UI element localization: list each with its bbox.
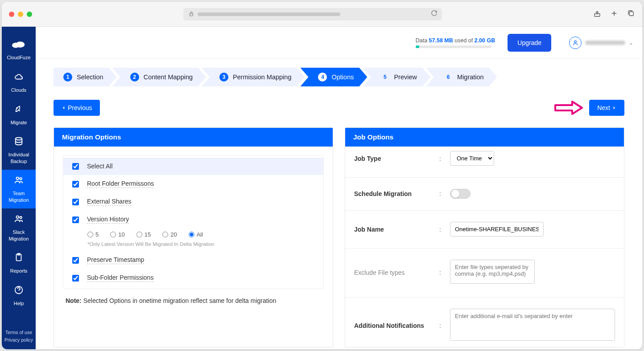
- refresh-icon[interactable]: [431, 10, 438, 18]
- version-10-radio[interactable]: [110, 232, 116, 237]
- rocket-icon: [14, 104, 24, 116]
- svg-rect-2: [629, 12, 633, 16]
- sidebar: CloudFuze Clouds Migrate Individual Back…: [2, 27, 36, 349]
- user-name-redacted: [585, 41, 625, 45]
- version-history-checkbox[interactable]: [72, 216, 79, 223]
- version-history-radios: 5 10 15 20 All: [63, 229, 323, 239]
- svg-point-9: [20, 216, 22, 219]
- select-all-label: Select All: [87, 163, 113, 170]
- step-options[interactable]: 4Options: [300, 68, 367, 86]
- root-folder-checkbox[interactable]: [72, 181, 79, 188]
- usage-amount: 57.58 MB: [429, 37, 453, 44]
- notifications-input[interactable]: [450, 309, 615, 341]
- step-label: Permission Mapping: [233, 73, 291, 81]
- option-select-all: Select All: [63, 158, 323, 175]
- sidebar-item-migrate[interactable]: Migrate: [2, 98, 36, 131]
- svg-point-5: [16, 138, 22, 140]
- chevron-left-icon: [62, 105, 66, 110]
- url-bar[interactable]: [183, 8, 442, 20]
- option-label: External Shares: [87, 198, 132, 206]
- usage-total: 2.00 GB: [475, 37, 495, 44]
- previous-button[interactable]: Previous: [54, 100, 100, 116]
- share-icon[interactable]: [593, 9, 601, 19]
- external-shares-checkbox[interactable]: [72, 199, 79, 205]
- privacy-link[interactable]: Privacy policy: [4, 336, 33, 344]
- upgrade-button[interactable]: Upgrade: [508, 34, 551, 52]
- top-bar: Data 57.58 MB used of 2.00 GB Upgrade ⌄: [36, 27, 642, 59]
- sidebar-label: Individual Backup: [4, 151, 34, 164]
- svg-point-4: [16, 41, 25, 47]
- select-all-checkbox[interactable]: [72, 163, 79, 170]
- step-label: Selection: [77, 73, 103, 81]
- cloud-icon: [14, 72, 24, 84]
- option-label: Preserve Timestamp: [87, 256, 144, 264]
- sidebar-label: Help: [14, 300, 24, 306]
- job-name-input[interactable]: [450, 222, 544, 237]
- option-subfolder-permissions: Sub-Folder Permissions: [63, 269, 323, 287]
- step-content-mapping[interactable]: 2Content Mapping: [112, 68, 206, 86]
- option-label: Root Folder Permissons: [87, 180, 154, 188]
- svg-point-6: [17, 177, 19, 180]
- sidebar-item-clouds[interactable]: Clouds: [2, 66, 36, 99]
- step-label: Migration: [457, 73, 484, 81]
- sidebar-item-individual-backup[interactable]: Individual Backup: [2, 131, 36, 170]
- option-external-shares: External Shares: [63, 193, 323, 211]
- window-close-button[interactable]: [9, 12, 14, 17]
- version-15-radio[interactable]: [136, 232, 142, 237]
- sidebar-item-reports[interactable]: Reports: [2, 247, 36, 280]
- window-maximize-button[interactable]: [27, 12, 32, 17]
- version-note: *Only Latest Version Will Be Migrated In…: [63, 239, 323, 251]
- exclude-label: Exclude File types: [354, 269, 439, 276]
- schedule-toggle[interactable]: [450, 189, 471, 199]
- subfolder-permissions-checkbox[interactable]: [72, 275, 79, 282]
- step-migration[interactable]: 6Migration: [426, 68, 497, 86]
- svg-point-8: [17, 216, 19, 219]
- stepper: 1Selection 2Content Mapping 3Permission …: [54, 68, 624, 86]
- panel-title: Migration Options: [54, 128, 333, 147]
- option-root-folder-permissions: Root Folder Permissons: [63, 175, 323, 193]
- avatar-icon: [569, 37, 582, 49]
- team-icon: [14, 214, 24, 226]
- sidebar-item-help[interactable]: Help: [2, 280, 36, 312]
- sidebar-brand[interactable]: CloudFuze: [2, 35, 36, 66]
- usage-prefix: Data: [416, 37, 429, 44]
- panel-title: Job Options: [345, 128, 624, 147]
- sidebar-label: Slack Migration: [4, 229, 34, 242]
- next-button[interactable]: Next: [589, 100, 624, 116]
- sidebar-label: Clouds: [11, 87, 26, 93]
- sidebar-item-team-migration[interactable]: Team Migration: [2, 170, 36, 208]
- job-type-select[interactable]: One Time: [450, 151, 494, 166]
- notifications-label: Additional Notifications: [354, 322, 439, 329]
- sidebar-footer: Terms of use Privacy policy: [4, 329, 33, 349]
- database-icon: [14, 136, 24, 149]
- highlight-arrow-icon: [554, 100, 584, 116]
- team-icon: [14, 175, 24, 188]
- step-permission-mapping[interactable]: 3Permission Mapping: [202, 68, 305, 86]
- data-usage: Data 57.58 MB used of 2.00 GB: [416, 37, 495, 48]
- preserve-timestamp-checkbox[interactable]: [72, 257, 79, 264]
- option-version-history: Version History: [63, 211, 323, 229]
- step-label: Options: [331, 73, 354, 81]
- tabs-icon[interactable]: [627, 9, 635, 19]
- version-all-radio[interactable]: [189, 232, 194, 237]
- exclude-file-types-input[interactable]: [450, 260, 535, 284]
- schedule-label: Schedule Migration: [354, 190, 439, 197]
- sidebar-item-slack-migration[interactable]: Slack Migration: [2, 208, 36, 247]
- option-preserve-timestamp: Preserve Timestamp: [63, 251, 323, 269]
- window-minimize-button[interactable]: [18, 12, 23, 17]
- help-icon: [14, 285, 24, 298]
- new-tab-icon[interactable]: [610, 9, 618, 19]
- step-selection[interactable]: 1Selection: [54, 68, 117, 86]
- step-preview[interactable]: 5Preview: [363, 68, 430, 86]
- lock-icon: [189, 10, 194, 18]
- version-20-radio[interactable]: [162, 232, 168, 237]
- user-menu[interactable]: ⌄: [569, 37, 633, 49]
- chevron-down-icon: ⌄: [629, 40, 633, 46]
- version-5-radio[interactable]: [87, 232, 93, 237]
- sidebar-label: Reports: [10, 268, 28, 274]
- svg-point-7: [20, 178, 22, 180]
- terms-link[interactable]: Terms of use: [4, 329, 33, 336]
- svg-rect-0: [190, 13, 193, 16]
- sidebar-label: Migrate: [11, 119, 27, 126]
- svg-point-13: [574, 41, 577, 43]
